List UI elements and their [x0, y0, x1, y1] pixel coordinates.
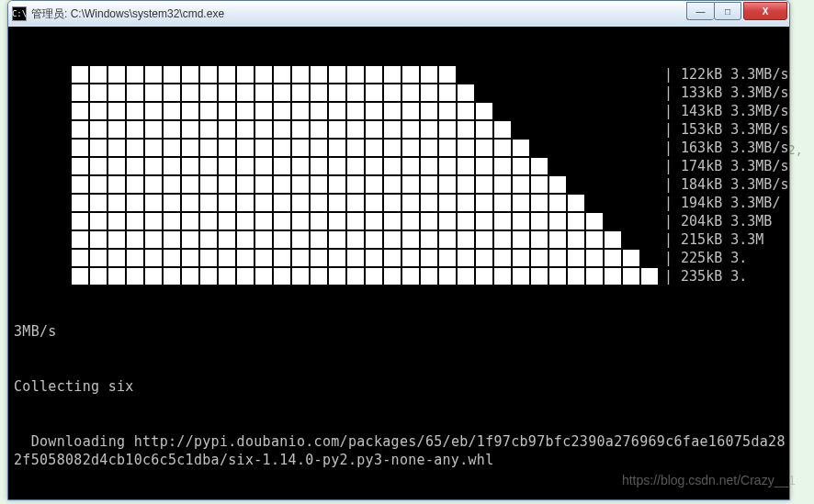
progress-bar — [71, 230, 659, 249]
progress-row: | 174kB 3.3MB/s e — [71, 157, 789, 175]
progress-status: | 163kB 3.3MB/s eta — [664, 139, 789, 157]
progress-bar — [71, 139, 659, 157]
progress-row: | 153kB 3.3MB/s eta — [71, 120, 789, 139]
maximize-button[interactable]: □ — [714, 2, 741, 20]
close-button[interactable]: X — [743, 2, 787, 20]
cmd-icon: C:\ — [12, 6, 27, 21]
progress-row: | 204kB 3.3MB — [71, 212, 789, 230]
progress-status: | 225kB 3. — [664, 249, 747, 267]
progress-status: | 204kB 3.3MB — [664, 212, 772, 230]
window-title: 管理员: C:\Windows\system32\cmd.exe — [31, 6, 686, 22]
progress-row: | 184kB 3.3MB/s — [71, 175, 789, 194]
minimize-button[interactable]: — — [686, 2, 714, 20]
download-progress-block: | 122kB 3.3MB/s eta 0:00:| 133kB 3.3MB/s… — [8, 65, 789, 286]
progress-status: | 235kB 3. — [664, 267, 747, 286]
watermark: https://blog.csdn.net/Crazy__1 — [622, 473, 796, 487]
progress-status: | 215kB 3.3M — [664, 230, 763, 249]
progress-status: | 194kB 3.3MB/ — [664, 194, 780, 212]
progress-bar — [71, 249, 659, 267]
window-buttons: — □ X — [686, 2, 787, 20]
progress-status: | 143kB 3.3MB/s eta 0: — [664, 102, 789, 120]
progress-bar — [71, 102, 659, 120]
progress-row: | 122kB 3.3MB/s eta 0:00: — [71, 65, 789, 84]
progress-row: | 143kB 3.3MB/s eta 0: — [71, 102, 789, 120]
progress-row: | 163kB 3.3MB/s eta — [71, 139, 789, 157]
progress-status: | 174kB 3.3MB/s e — [664, 157, 789, 175]
progress-bar — [71, 157, 659, 175]
progress-bar — [71, 194, 659, 212]
progress-row: | 133kB 3.3MB/s eta 0:0 — [71, 84, 789, 102]
progress-status: | 122kB 3.3MB/s eta 0:00: — [664, 65, 789, 84]
terminal[interactable]: | 122kB 3.3MB/s eta 0:00:| 133kB 3.3MB/s… — [8, 27, 789, 499]
progress-status: | 133kB 3.3MB/s eta 0:0 — [664, 84, 789, 102]
output-line: Collecting six — [8, 377, 786, 396]
progress-row: | 194kB 3.3MB/ — [71, 194, 789, 212]
progress-bar — [71, 65, 659, 84]
progress-bar — [71, 120, 659, 139]
progress-bar — [71, 267, 659, 286]
output-line: 3MB/s — [8, 322, 786, 341]
output-line: Downloading http://pypi.doubanio.com/pac… — [8, 432, 786, 469]
cmd-window: C:\ 管理员: C:\Windows\system32\cmd.exe — □… — [7, 0, 790, 500]
progress-row: | 215kB 3.3M — [71, 230, 789, 249]
progress-row: | 235kB 3. — [71, 267, 789, 286]
progress-bar — [71, 212, 659, 230]
progress-bar — [71, 175, 659, 194]
progress-bar — [71, 84, 659, 102]
progress-status: | 184kB 3.3MB/s — [664, 175, 788, 194]
progress-row: | 225kB 3. — [71, 249, 789, 267]
progress-status: | 153kB 3.3MB/s eta — [664, 120, 789, 139]
titlebar[interactable]: C:\ 管理员: C:\Windows\system32\cmd.exe — □… — [8, 1, 789, 27]
